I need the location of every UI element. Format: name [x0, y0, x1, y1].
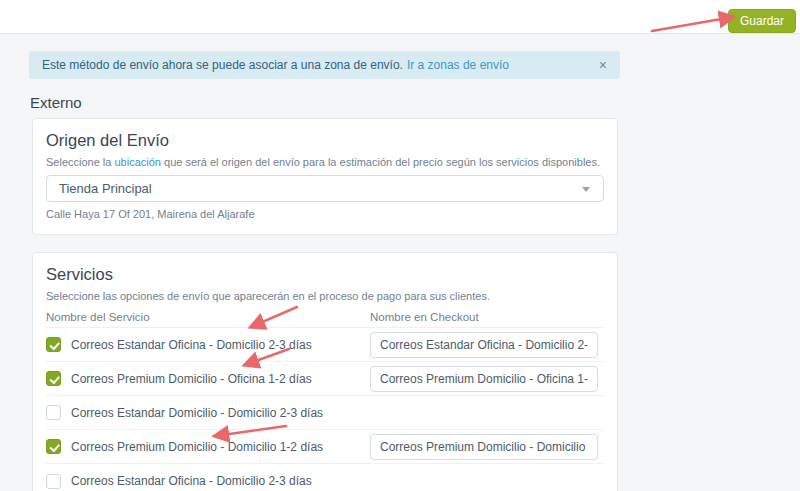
services-card: Servicios Seleccione las opciones de env… — [32, 252, 618, 491]
service-row: Correos Estandar Oficina - Domicilio 2-3… — [46, 328, 604, 362]
service-checkbox[interactable] — [46, 405, 61, 420]
column-header-checkout-name: Nombre en Checkout — [370, 311, 598, 323]
close-icon[interactable]: × — [599, 58, 607, 72]
ubicacion-link[interactable]: ubicación — [115, 156, 161, 168]
origin-desc-suffix: que será el origen del envío para la est… — [161, 156, 600, 168]
service-row: Correos Estandar Domicilio - Domicilio 2… — [46, 396, 604, 430]
origin-desc-prefix: Seleccione la — [46, 156, 115, 168]
service-row-left: Correos Estandar Oficina - Domicilio 2-3… — [46, 474, 604, 489]
service-checkbox[interactable] — [46, 439, 61, 454]
origin-card-title: Origen del Envío — [46, 131, 604, 150]
origin-location-selected-value: Tienda Principal — [59, 181, 152, 196]
service-label: Correos Premium Domicilio - Oficina 1-2 … — [71, 372, 312, 386]
service-row: Correos Estandar Oficina - Domicilio 2-3… — [46, 464, 604, 491]
service-label: Correos Estandar Oficina - Domicilio 2-3… — [71, 338, 312, 352]
checkout-name-input[interactable] — [370, 434, 598, 460]
page-content: Este método de envío ahora se puede asoc… — [0, 34, 800, 491]
info-banner: Este método de envío ahora se puede asoc… — [29, 51, 620, 79]
service-label: Correos Estandar Domicilio - Domicilio 2… — [71, 406, 323, 420]
service-checkbox[interactable] — [46, 474, 61, 489]
service-label: Correos Estandar Oficina - Domicilio 2-3… — [71, 474, 312, 488]
column-header-service-name: Nombre del Servicio — [46, 311, 370, 323]
services-card-description: Seleccione las opciones de envío que apa… — [46, 290, 604, 302]
service-row: Correos Premium Domicilio - Domicilio 1-… — [46, 430, 604, 464]
services-column-headers: Nombre del Servicio Nombre en Checkout — [46, 307, 604, 328]
service-checkbox[interactable] — [46, 337, 61, 352]
chevron-down-icon — [582, 187, 590, 192]
origin-card-description: Seleccione la ubicación que será el orig… — [46, 156, 604, 168]
service-row-left: Correos Premium Domicilio - Domicilio 1-… — [46, 439, 370, 454]
top-toolbar: Guardar — [0, 0, 800, 34]
services-card-title: Servicios — [46, 265, 604, 284]
service-row-left: Correos Premium Domicilio - Oficina 1-2 … — [46, 371, 370, 386]
service-checkbox[interactable] — [46, 371, 61, 386]
service-row-left: Correos Estandar Oficina - Domicilio 2-3… — [46, 337, 370, 352]
service-row: Correos Premium Domicilio - Oficina 1-2 … — [46, 362, 604, 396]
checkout-name-input[interactable] — [370, 366, 598, 392]
service-rows: Correos Estandar Oficina - Domicilio 2-3… — [46, 328, 604, 491]
origin-address: Calle Haya 17 Of 201, Mairena del Aljara… — [46, 208, 604, 220]
banner-message: Este método de envío ahora se puede asoc… — [42, 58, 403, 72]
origin-location-select[interactable]: Tienda Principal — [46, 175, 604, 202]
go-to-shipping-zones-link[interactable]: Ir a zonas de envío — [407, 58, 509, 72]
checkout-name-input[interactable] — [370, 332, 598, 358]
service-label: Correos Premium Domicilio - Domicilio 1-… — [71, 440, 323, 454]
section-title-externo: Externo — [30, 94, 800, 111]
service-row-left: Correos Estandar Domicilio - Domicilio 2… — [46, 405, 604, 420]
save-button[interactable]: Guardar — [728, 9, 796, 33]
origin-card: Origen del Envío Seleccione la ubicación… — [32, 118, 618, 235]
